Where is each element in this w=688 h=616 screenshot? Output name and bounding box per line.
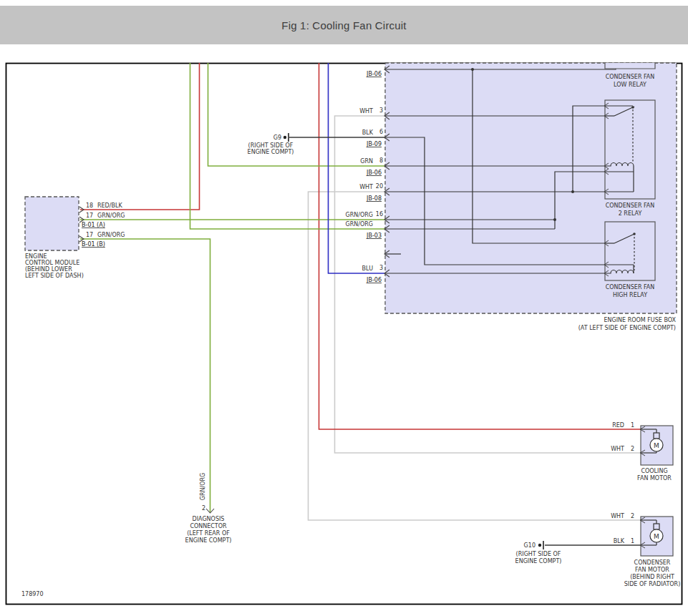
condenser-fan-label-line4: SIDE OF RADIATOR): [624, 581, 681, 587]
cooling-fan-motor: M: [640, 426, 673, 465]
diagnosis-wire-label: GRN/ORG: [200, 473, 206, 501]
motor-letter: M: [654, 442, 659, 449]
pin-number-wht3: 3: [379, 107, 383, 114]
relay-high-pivot-dot: [633, 233, 636, 235]
pin-number-blu3: 3: [379, 265, 383, 271]
condenser-fan-label-line1: CONDENSER: [634, 559, 671, 566]
condenser-fan-pin1: 2: [631, 513, 634, 519]
motor-letter: M: [654, 533, 659, 540]
ecm-connector-b-link[interactable]: B-01 (B): [82, 241, 105, 248]
ecm-pin3-wire: GRN/ORG: [97, 232, 125, 238]
jb-link-grnorg[interactable]: JB-03: [366, 233, 382, 239]
figure-code: 178970: [21, 591, 44, 597]
g9-location-line2: ENGINE COMPT): [248, 149, 294, 155]
condenser-fan-pin2: 1: [631, 538, 634, 544]
ecm-pin1-number: 18: [86, 202, 93, 209]
diagnosis-label-line1: DIAGNOSIS: [193, 516, 225, 522]
condenser-fan-label-line2: FAN MOTOR: [635, 567, 669, 573]
ecm-box: [25, 197, 79, 250]
condenser-fan-label-line3: (BEHIND RIGHT: [630, 574, 674, 580]
pin-number-blk6: 6: [379, 129, 383, 135]
wire-label-grnorg2: GRN/ORG: [346, 221, 374, 228]
g10-label: G10: [524, 542, 536, 549]
cooling-fan-label-line1: COOLING: [641, 468, 667, 474]
diagnosis-label-line3: (LEFT REAR OF: [187, 530, 230, 537]
wire-label-wht3: WHT: [359, 108, 373, 114]
relay-low-box: [605, 63, 655, 69]
ecm-pin1-wire: RED/BLK: [97, 202, 122, 209]
cooling-fan-label-line2: FAN MOTOR: [637, 475, 672, 481]
ecm-label-line4: LEFT SIDE OF DASH): [25, 273, 84, 279]
ecm-pin2-wire: GRN/ORG: [97, 212, 125, 219]
fusebox-label-line1: ENGINE ROOM FUSE BOX: [604, 317, 676, 323]
jb-link-top[interactable]: JB-06: [366, 71, 382, 77]
jb-link-grn[interactable]: JB-06: [366, 170, 382, 176]
g9-location-line1: (RIGHT SIDE OF: [248, 142, 294, 149]
relay-high-label-line1: CONDENSER FAN: [606, 284, 655, 290]
ecm-pin2-number: 17: [86, 212, 93, 219]
diagnosis-label-line2: CONNECTOR: [190, 523, 227, 529]
relay-2-box: [605, 100, 655, 199]
fusebox-label-line2: (AT LEFT SIDE OF ENGINE COMPT): [578, 325, 676, 331]
relay-low-label-line2: LOW RELAY: [614, 82, 646, 88]
relay-2-label-line2: 2 RELAY: [619, 210, 642, 217]
relay-2-label-line1: CONDENSER FAN: [606, 202, 655, 209]
jb-link-blu[interactable]: JB-06: [366, 277, 382, 283]
diagnosis-pin-number: 2: [202, 505, 205, 512]
wire-label-blu3: BLU: [362, 265, 374, 272]
g10-location-line2: ENGINE COMPT): [515, 558, 562, 564]
diagnosis-label-line4: ENGINE COMPT): [185, 537, 232, 544]
ecm-label-line1: ENGINE: [25, 253, 47, 260]
g9-label: G9: [273, 135, 281, 141]
ecm-pin3-number: 17: [86, 232, 93, 238]
condenser-fan-wire1: WHT: [611, 513, 624, 519]
ecm-label-line2: CONTROL MODULE: [25, 260, 79, 266]
wire-label-grnorg16: GRN/ORG: [346, 212, 374, 218]
cooling-fan-wire2: WHT: [611, 446, 624, 452]
wire-label-grn8: GRN: [360, 158, 373, 165]
pin-number-grnorg16: 16: [376, 211, 383, 217]
ecm-label-line3: (BEHIND LOWER: [25, 266, 72, 273]
pin-number-grn8: 8: [379, 157, 383, 164]
relay-high-box: [605, 222, 655, 280]
cooling-fan-pin2: 2: [631, 446, 634, 452]
condenser-fan-wire2: BLK: [614, 538, 625, 544]
cooling-fan-wire1: RED: [612, 422, 624, 429]
relay-high-label-line2: HIGH RELAY: [613, 292, 647, 298]
pin-number-wht20: 20: [376, 183, 383, 190]
g10-location-line1: (RIGHT SIDE OF: [516, 551, 561, 557]
relay-2-pivot-dot: [631, 106, 634, 109]
wire-label-blk6: BLK: [362, 129, 374, 136]
wire-label-wht20: WHT: [359, 184, 373, 190]
relay-low-label-line1: CONDENSER FAN: [606, 74, 655, 80]
condenser-fan-motor: M: [640, 517, 673, 556]
ecm-connector-a-link[interactable]: B-01 (A): [82, 222, 105, 228]
jb-link-blk[interactable]: JB-09: [366, 141, 382, 147]
jb-link-wht20[interactable]: JB-08: [366, 195, 382, 202]
cooling-fan-pin1: 1: [631, 422, 634, 429]
